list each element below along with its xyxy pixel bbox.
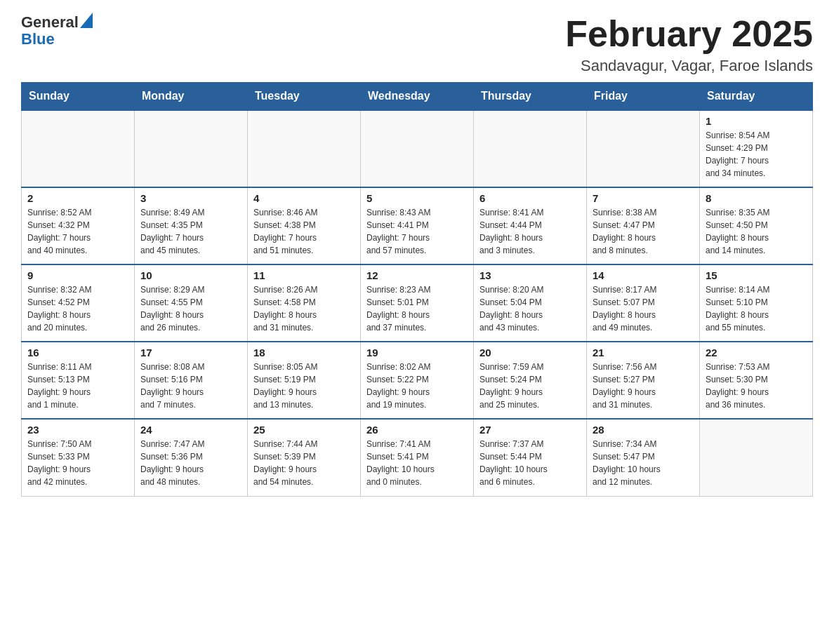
svg-marker-0: [80, 13, 93, 28]
day-number: 17: [140, 347, 241, 358]
day-number: 2: [27, 192, 128, 204]
calendar-cell: 10Sunrise: 8:29 AM Sunset: 4:55 PM Dayli…: [135, 264, 248, 342]
day-info: Sunrise: 8:29 AM Sunset: 4:55 PM Dayligh…: [140, 283, 241, 334]
day-number: 19: [366, 347, 468, 358]
calendar-cell: 15Sunrise: 8:14 AM Sunset: 5:10 PM Dayli…: [700, 264, 813, 342]
day-info: Sunrise: 8:49 AM Sunset: 4:35 PM Dayligh…: [140, 206, 241, 257]
day-info: Sunrise: 8:26 AM Sunset: 4:58 PM Dayligh…: [253, 283, 355, 334]
day-info: Sunrise: 7:44 AM Sunset: 5:39 PM Dayligh…: [253, 438, 355, 488]
calendar-cell: 13Sunrise: 8:20 AM Sunset: 5:04 PM Dayli…: [474, 264, 587, 342]
calendar-table: SundayMondayTuesdayWednesdayThursdayFrid…: [21, 82, 813, 497]
logo: General Blue: [21, 14, 93, 48]
day-number: 18: [253, 347, 355, 358]
day-info: Sunrise: 8:32 AM Sunset: 4:52 PM Dayligh…: [27, 283, 128, 334]
calendar-cell: [474, 110, 587, 187]
week-row-3: 9Sunrise: 8:32 AM Sunset: 4:52 PM Daylig…: [22, 264, 813, 342]
calendar-cell: 9Sunrise: 8:32 AM Sunset: 4:52 PM Daylig…: [22, 264, 135, 342]
day-info: Sunrise: 8:54 AM Sunset: 4:29 PM Dayligh…: [706, 129, 807, 180]
day-number: 10: [140, 269, 241, 281]
day-number: 13: [479, 269, 581, 281]
day-number: 3: [140, 192, 241, 204]
day-number: 24: [140, 424, 241, 436]
day-info: Sunrise: 8:02 AM Sunset: 5:22 PM Dayligh…: [366, 361, 468, 411]
logo-general-text: General: [21, 14, 79, 31]
calendar-cell: 12Sunrise: 8:23 AM Sunset: 5:01 PM Dayli…: [361, 264, 474, 342]
day-number: 14: [593, 269, 694, 281]
calendar-cell: [700, 419, 813, 496]
weekday-header-wednesday: Wednesday: [361, 83, 474, 111]
calendar-cell: 17Sunrise: 8:08 AM Sunset: 5:16 PM Dayli…: [135, 342, 248, 419]
calendar-cell: 23Sunrise: 7:50 AM Sunset: 5:33 PM Dayli…: [22, 419, 135, 496]
logo-blue-text: Blue: [21, 31, 55, 48]
day-number: 16: [27, 347, 128, 358]
calendar-cell: 19Sunrise: 8:02 AM Sunset: 5:22 PM Dayli…: [361, 342, 474, 419]
day-number: 20: [479, 347, 581, 358]
weekday-header-friday: Friday: [587, 83, 700, 111]
weekday-header-tuesday: Tuesday: [248, 83, 361, 111]
calendar-cell: 21Sunrise: 7:56 AM Sunset: 5:27 PM Dayli…: [587, 342, 700, 419]
day-number: 7: [593, 192, 694, 204]
calendar-cell: [587, 110, 700, 187]
calendar-cell: 20Sunrise: 7:59 AM Sunset: 5:24 PM Dayli…: [474, 342, 587, 419]
calendar-cell: 1Sunrise: 8:54 AM Sunset: 4:29 PM Daylig…: [700, 110, 813, 187]
day-info: Sunrise: 8:43 AM Sunset: 4:41 PM Dayligh…: [366, 206, 468, 257]
day-number: 11: [253, 269, 355, 281]
logo-arrow-icon: [80, 13, 93, 28]
day-number: 25: [253, 424, 355, 436]
week-row-2: 2Sunrise: 8:52 AM Sunset: 4:32 PM Daylig…: [22, 187, 813, 264]
day-info: Sunrise: 8:14 AM Sunset: 5:10 PM Dayligh…: [706, 283, 807, 334]
day-number: 9: [27, 269, 128, 281]
day-number: 4: [253, 192, 355, 204]
day-info: Sunrise: 8:35 AM Sunset: 4:50 PM Dayligh…: [706, 206, 807, 257]
calendar-cell: [248, 110, 361, 187]
page-header: General Blue February 2025 Sandavagur, V…: [21, 14, 813, 75]
calendar-cell: 16Sunrise: 8:11 AM Sunset: 5:13 PM Dayli…: [22, 342, 135, 419]
weekday-header-saturday: Saturday: [700, 83, 813, 111]
calendar-cell: 3Sunrise: 8:49 AM Sunset: 4:35 PM Daylig…: [135, 187, 248, 264]
calendar-cell: [22, 110, 135, 187]
week-row-5: 23Sunrise: 7:50 AM Sunset: 5:33 PM Dayli…: [22, 419, 813, 496]
day-number: 28: [593, 424, 694, 436]
day-number: 12: [366, 269, 468, 281]
location-subtitle: Sandavagur, Vagar, Faroe Islands: [565, 57, 813, 75]
calendar-cell: 28Sunrise: 7:34 AM Sunset: 5:47 PM Dayli…: [587, 419, 700, 496]
calendar-cell: [135, 110, 248, 187]
day-info: Sunrise: 7:41 AM Sunset: 5:41 PM Dayligh…: [366, 438, 468, 488]
day-number: 6: [479, 192, 581, 204]
calendar-cell: 26Sunrise: 7:41 AM Sunset: 5:41 PM Dayli…: [361, 419, 474, 496]
calendar-cell: 24Sunrise: 7:47 AM Sunset: 5:36 PM Dayli…: [135, 419, 248, 496]
weekday-header-row: SundayMondayTuesdayWednesdayThursdayFrid…: [22, 83, 813, 111]
day-number: 1: [706, 115, 807, 127]
day-number: 15: [706, 269, 807, 281]
day-info: Sunrise: 8:46 AM Sunset: 4:38 PM Dayligh…: [253, 206, 355, 257]
day-info: Sunrise: 8:41 AM Sunset: 4:44 PM Dayligh…: [479, 206, 581, 257]
day-number: 8: [706, 192, 807, 204]
day-info: Sunrise: 8:20 AM Sunset: 5:04 PM Dayligh…: [479, 283, 581, 334]
day-info: Sunrise: 8:52 AM Sunset: 4:32 PM Dayligh…: [27, 206, 128, 257]
week-row-4: 16Sunrise: 8:11 AM Sunset: 5:13 PM Dayli…: [22, 342, 813, 419]
calendar-cell: [361, 110, 474, 187]
calendar-cell: 14Sunrise: 8:17 AM Sunset: 5:07 PM Dayli…: [587, 264, 700, 342]
day-info: Sunrise: 8:38 AM Sunset: 4:47 PM Dayligh…: [593, 206, 694, 257]
weekday-header-thursday: Thursday: [474, 83, 587, 111]
calendar-cell: 25Sunrise: 7:44 AM Sunset: 5:39 PM Dayli…: [248, 419, 361, 496]
calendar-cell: 22Sunrise: 7:53 AM Sunset: 5:30 PM Dayli…: [700, 342, 813, 419]
calendar-cell: 18Sunrise: 8:05 AM Sunset: 5:19 PM Dayli…: [248, 342, 361, 419]
day-info: Sunrise: 7:56 AM Sunset: 5:27 PM Dayligh…: [593, 361, 694, 411]
day-info: Sunrise: 7:34 AM Sunset: 5:47 PM Dayligh…: [593, 438, 694, 488]
day-info: Sunrise: 7:37 AM Sunset: 5:44 PM Dayligh…: [479, 438, 581, 488]
weekday-header-sunday: Sunday: [22, 83, 135, 111]
calendar-cell: 6Sunrise: 8:41 AM Sunset: 4:44 PM Daylig…: [474, 187, 587, 264]
calendar-cell: 7Sunrise: 8:38 AM Sunset: 4:47 PM Daylig…: [587, 187, 700, 264]
week-row-1: 1Sunrise: 8:54 AM Sunset: 4:29 PM Daylig…: [22, 110, 813, 187]
calendar-cell: 2Sunrise: 8:52 AM Sunset: 4:32 PM Daylig…: [22, 187, 135, 264]
day-info: Sunrise: 7:53 AM Sunset: 5:30 PM Dayligh…: [706, 361, 807, 411]
calendar-cell: 11Sunrise: 8:26 AM Sunset: 4:58 PM Dayli…: [248, 264, 361, 342]
weekday-header-monday: Monday: [135, 83, 248, 111]
day-number: 22: [706, 347, 807, 358]
day-info: Sunrise: 8:23 AM Sunset: 5:01 PM Dayligh…: [366, 283, 468, 334]
calendar-cell: 8Sunrise: 8:35 AM Sunset: 4:50 PM Daylig…: [700, 187, 813, 264]
calendar-cell: 4Sunrise: 8:46 AM Sunset: 4:38 PM Daylig…: [248, 187, 361, 264]
day-info: Sunrise: 8:08 AM Sunset: 5:16 PM Dayligh…: [140, 361, 241, 411]
day-info: Sunrise: 8:11 AM Sunset: 5:13 PM Dayligh…: [27, 361, 128, 411]
